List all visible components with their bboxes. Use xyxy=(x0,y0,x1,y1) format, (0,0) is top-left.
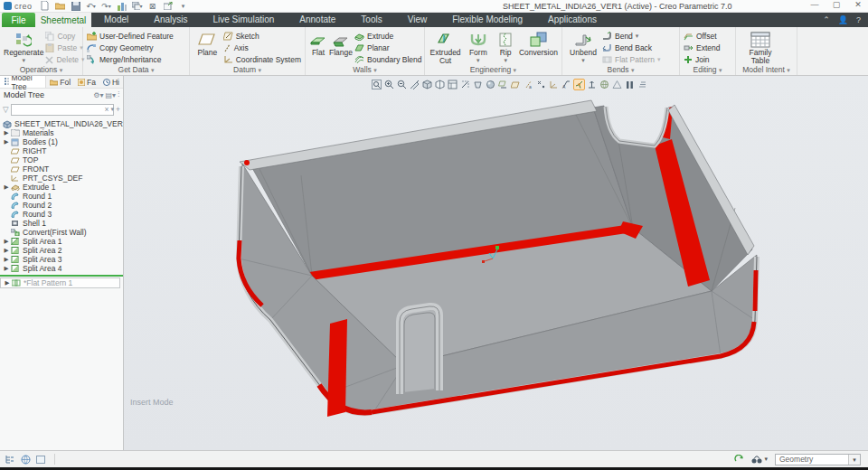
customize-qat-icon[interactable]: ▾ xyxy=(178,1,189,11)
section-icon[interactable] xyxy=(459,79,471,90)
tab-view[interactable]: View xyxy=(395,13,440,27)
close-button[interactable]: ✕ xyxy=(852,0,864,9)
axis-display-icon[interactable]: a xyxy=(523,79,534,90)
expand-arrow-icon[interactable]: ▶ xyxy=(3,183,10,191)
flat-button[interactable]: Flat xyxy=(309,29,327,57)
close-window-icon[interactable]: ⊠ xyxy=(147,1,158,11)
plane-display-icon[interactable] xyxy=(510,79,522,90)
point-display-icon[interactable] xyxy=(535,79,547,90)
expand-arrow-icon[interactable]: ▶ xyxy=(3,129,10,136)
clear-search-icon[interactable]: × xyxy=(105,105,109,114)
tree-row-split2[interactable]: ▶ Split Area 2 xyxy=(0,246,123,255)
copy-geometry-button[interactable]: Copy Geometry xyxy=(87,42,174,53)
annotation-display-icon[interactable]: A xyxy=(561,79,572,90)
selection-filter-arrow-icon[interactable]: ▾ xyxy=(848,455,860,465)
regenerate-status-icon[interactable] xyxy=(637,79,648,90)
copy-button[interactable]: Copy xyxy=(45,31,84,42)
tree-row-round2[interactable]: Round 2 xyxy=(0,201,123,210)
bend-back-button[interactable]: Bend Back xyxy=(602,42,660,53)
tree-row-convert[interactable]: Convert(First Wall) xyxy=(0,228,123,237)
family-table-button[interactable]: Family Table xyxy=(740,29,781,66)
toggle-tree-icon[interactable] xyxy=(5,454,15,465)
redo-button[interactable]: ↷▾ xyxy=(101,1,112,11)
repaint-icon[interactable] xyxy=(409,79,420,90)
merge-inheritance-button[interactable]: Merge/Inheritance xyxy=(87,54,174,65)
unbend-button[interactable]: Unbend ▾ xyxy=(566,29,600,64)
maximize-button[interactable]: ▢ xyxy=(830,0,843,9)
coordinate-system-button[interactable]: Coordinate System xyxy=(223,54,301,65)
tree-columns-icon[interactable]: ⫶ xyxy=(118,90,119,99)
tree-row-top-plane[interactable]: TOP xyxy=(0,155,123,164)
tab-annotate[interactable]: Annotate xyxy=(287,13,348,27)
tab-tools[interactable]: Tools xyxy=(348,13,394,27)
panel-tab-folder-browser[interactable]: Fol xyxy=(46,76,74,88)
simulation-display-icon[interactable] xyxy=(599,79,610,90)
find-dropdown-icon[interactable]: ▾ xyxy=(764,456,768,463)
tab-flexible-modeling[interactable]: Flexible Modeling xyxy=(439,13,535,27)
tree-row-split1[interactable]: ▶ Split Area 1 xyxy=(0,237,123,246)
add-filter-icon[interactable]: + xyxy=(116,105,120,114)
tree-row-csys[interactable]: PRT_CSYS_DEF xyxy=(0,174,123,183)
file-menu-button[interactable]: File xyxy=(2,13,35,27)
extruded-cut-button[interactable]: Extruded Cut xyxy=(429,29,462,66)
tree-row-materials[interactable]: ▶ Materials xyxy=(0,128,123,137)
join-button[interactable]: Join xyxy=(684,54,720,65)
regenerate-quick-icon[interactable] xyxy=(117,1,127,11)
find-binoculars-icon[interactable] xyxy=(751,454,762,465)
planar-button[interactable]: Planar xyxy=(354,42,422,53)
tree-settings-icon[interactable]: ⚙▾ xyxy=(93,91,103,99)
view-manager-icon[interactable] xyxy=(447,79,458,90)
tree-row-round1[interactable]: Round 1 xyxy=(0,192,123,201)
conversion-button[interactable]: Conversion xyxy=(519,29,558,57)
tab-sheetmetal[interactable]: Sheetmetal xyxy=(35,13,91,27)
help-icon[interactable]: ? xyxy=(856,15,861,24)
tree-row-front-plane[interactable]: FRONT xyxy=(0,164,123,174)
expand-arrow-icon[interactable]: ▶ xyxy=(3,238,10,245)
perspective-icon[interactable] xyxy=(472,79,484,90)
appearance-icon[interactable] xyxy=(485,79,496,90)
csys-display-icon[interactable] xyxy=(548,79,560,90)
search-dropdown-icon[interactable]: ▾ xyxy=(111,106,115,113)
tree-row-flat-pattern[interactable]: ▶ *Flat Pattern 1 xyxy=(0,277,120,288)
3d-model[interactable] xyxy=(124,76,868,450)
plane-button[interactable]: Plane xyxy=(193,29,222,57)
zoom-out-icon[interactable] xyxy=(396,79,408,90)
filter-funnel-icon[interactable]: ▽ xyxy=(3,105,9,114)
expand-arrow-icon[interactable]: ▶ xyxy=(3,138,10,146)
unbend-dropdown[interactable]: ▾ xyxy=(581,57,585,64)
message-area-icon[interactable] xyxy=(35,454,46,465)
model-regenerated-icon[interactable] xyxy=(733,454,744,465)
axis-button[interactable]: Axis xyxy=(223,42,301,53)
tab-model[interactable]: Model xyxy=(91,13,141,27)
user-account-icon[interactable]: 👤 xyxy=(838,15,848,24)
udf-button[interactable]: User-Defined Feature xyxy=(87,31,174,42)
selection-filter-dropdown[interactable]: Geometry ▾ xyxy=(775,454,861,465)
saved-orientations-icon[interactable] xyxy=(434,79,446,90)
web-browser-icon[interactable] xyxy=(20,454,31,465)
sketch-button[interactable]: Sketch xyxy=(223,31,301,42)
offset-button[interactable]: Offset xyxy=(684,31,720,42)
datum-display-icon[interactable] xyxy=(497,79,509,90)
tree-row-shell1[interactable]: Shell 1 xyxy=(0,219,123,228)
pause-updates-icon[interactable] xyxy=(624,79,636,90)
tab-applications[interactable]: Applications xyxy=(535,13,609,27)
new-file-icon[interactable] xyxy=(40,1,51,11)
panel-tab-history[interactable]: Hi xyxy=(99,76,123,88)
tab-live-simulation[interactable]: Live Simulation xyxy=(201,13,288,27)
form-dropdown[interactable]: ▾ xyxy=(476,57,480,64)
tree-filters-icon[interactable]: ▤▾ xyxy=(105,91,116,99)
minimize-button[interactable]: — xyxy=(808,0,821,9)
open-folder-icon[interactable] xyxy=(55,1,66,11)
bend-button[interactable]: Bend▾ xyxy=(602,31,660,42)
save-icon[interactable] xyxy=(71,1,81,11)
tree-row-right-plane[interactable]: RIGHT xyxy=(0,146,123,155)
flat-pattern-button[interactable]: Flat Pattern▾ xyxy=(602,54,660,65)
tree-row-split4[interactable]: ▶ Split Area 4 xyxy=(0,264,123,273)
display-style-icon[interactable] xyxy=(421,79,433,90)
refit-icon[interactable] xyxy=(371,79,382,90)
regenerate-dropdown[interactable]: ▾ xyxy=(22,57,25,64)
3d-dragger-icon[interactable] xyxy=(586,79,598,90)
minimize-ribbon-icon[interactable]: ⌃ xyxy=(823,15,830,24)
expand-arrow-icon[interactable]: ▶ xyxy=(3,265,10,272)
expand-arrow-icon[interactable]: ▶ xyxy=(3,247,10,254)
